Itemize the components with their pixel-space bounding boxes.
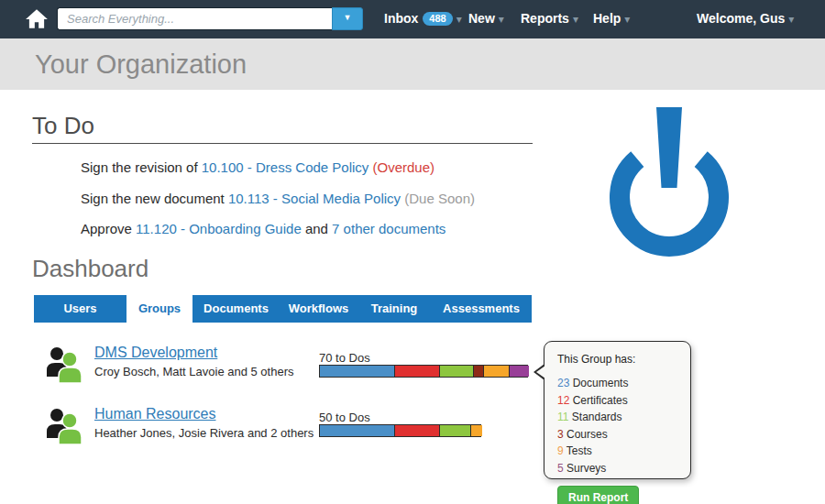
nav-inbox-label: Inbox — [384, 11, 418, 26]
group-name-link[interactable]: Human Resources — [94, 406, 216, 422]
chevron-down-icon — [453, 11, 462, 26]
status-due-soon: (Due Soon) — [401, 191, 475, 206]
group-name-link[interactable]: DMS Development — [94, 345, 217, 361]
popover-title: This Group has: — [557, 353, 677, 366]
group-people-icon — [44, 408, 84, 444]
run-report-button[interactable]: Run Report — [557, 486, 639, 504]
search-dropdown-button[interactable] — [332, 7, 363, 30]
bar-segment — [320, 425, 394, 436]
todos-progress-bar[interactable] — [319, 424, 481, 437]
status-overdue: (Overdue) — [368, 159, 434, 175]
search-input[interactable] — [57, 7, 332, 30]
todos-count-label: 70 to Dos — [319, 351, 370, 365]
todo-text: and — [302, 221, 332, 236]
todo-divider — [32, 143, 533, 144]
dashboard-section-title: Dashboard — [32, 255, 148, 283]
popover-stat: 9 Tests — [557, 443, 677, 460]
bar-segment — [320, 366, 394, 377]
todo-item: Sign the new document 10.113 - Social Me… — [81, 191, 475, 206]
nav-reports[interactable]: Reports — [521, 11, 578, 26]
bar-segment — [473, 366, 483, 377]
bar-segment — [439, 425, 470, 436]
chevron-down-icon — [785, 11, 794, 26]
todos-progress-bar[interactable] — [319, 365, 528, 378]
group-stats-popover: This Group has: 23 Documents12 Certifica… — [544, 341, 691, 479]
app-window: Inbox488 New Reports Help Welcome, Gus Y… — [0, 0, 825, 504]
bar-segment — [439, 366, 473, 377]
tab-users[interactable]: Users — [34, 295, 126, 323]
tab-training[interactable]: Training — [358, 295, 431, 323]
document-link[interactable]: 10.113 - Social Media Policy — [228, 191, 401, 206]
powerdms-logo-icon — [608, 105, 731, 261]
tab-groups[interactable]: Groups — [126, 295, 192, 323]
todo-text: Sign the new document — [81, 191, 228, 206]
popover-stat: 3 Courses — [557, 426, 677, 444]
todo-section-title: To Do — [32, 112, 94, 140]
group-members: Heather Jones, Josie Rivera and 2 others — [94, 426, 314, 440]
chevron-down-icon — [621, 11, 630, 26]
todo-item: Sign the revision of 10.100 - Dress Code… — [81, 159, 434, 175]
home-icon[interactable] — [25, 8, 49, 30]
todo-text: Sign the revision of — [81, 159, 202, 175]
bar-segment — [394, 425, 439, 436]
chevron-down-icon — [495, 11, 504, 26]
other-documents-link[interactable]: 7 other documents — [332, 221, 446, 236]
todo-text: Approve — [81, 221, 136, 236]
document-link[interactable]: 10.100 - Dress Code Policy — [202, 159, 369, 175]
page-title: Your Organization — [35, 49, 247, 80]
nav-help-label: Help — [593, 11, 621, 26]
nav-new[interactable]: New — [468, 11, 504, 26]
bar-segment — [394, 366, 439, 377]
nav-reports-label: Reports — [521, 11, 569, 26]
popover-arrow — [536, 366, 545, 378]
welcome-user-label: Welcome, Gus — [697, 11, 785, 26]
todos-count-label: 50 to Dos — [319, 411, 370, 424]
popover-stat: 12 Certificates — [557, 392, 677, 410]
nav-inbox[interactable]: Inbox488 — [384, 11, 462, 26]
tab-documents[interactable]: Documents — [192, 295, 280, 323]
page-header-band: Your Organization — [0, 38, 825, 90]
bar-segment — [470, 425, 482, 436]
top-navbar: Inbox488 New Reports Help Welcome, Gus — [0, 0, 825, 38]
bar-segment — [509, 366, 529, 377]
bar-segment — [483, 366, 509, 377]
nav-welcome-user[interactable]: Welcome, Gus — [697, 11, 794, 26]
search-bar — [57, 7, 363, 30]
tab-assessments[interactable]: Assessments — [431, 295, 532, 323]
dashboard-tabs: Users Groups Documents Workflows Trainin… — [34, 295, 532, 323]
inbox-count-badge: 488 — [423, 12, 452, 26]
tab-workflows[interactable]: Workflows — [280, 295, 358, 323]
popover-stat: 23 Documents — [557, 375, 677, 392]
nav-new-label: New — [468, 11, 495, 26]
popover-stats: 23 Documents12 Certificates11 Standards3… — [557, 375, 677, 477]
group-members: Croy Bosch, Matt Lavoie and 5 others — [94, 365, 294, 378]
document-link[interactable]: 11.120 - Onboarding Guide — [136, 221, 302, 236]
nav-help[interactable]: Help — [593, 11, 630, 26]
group-people-icon — [44, 346, 84, 383]
popover-stat: 5 Surveys — [557, 460, 677, 477]
chevron-down-icon — [569, 11, 578, 26]
popover-stat: 11 Standards — [557, 409, 677, 426]
todo-item: Approve 11.120 - Onboarding Guide and 7 … — [81, 221, 446, 236]
